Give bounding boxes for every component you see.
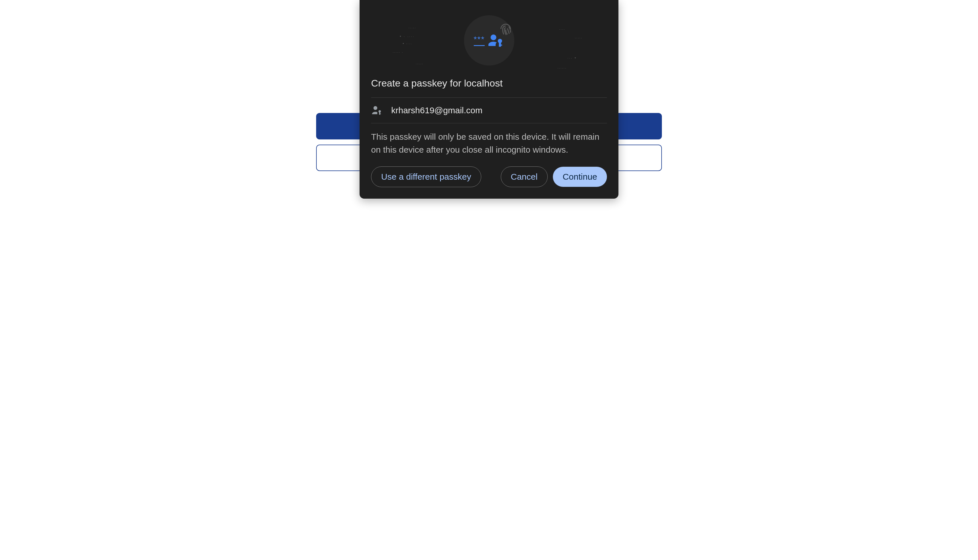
svg-point-0 (491, 35, 496, 40)
svg-rect-6 (379, 112, 380, 115)
decoration-dots: ···· (559, 27, 565, 31)
dialog-button-row: Use a different passkey Cancel Continue (371, 167, 607, 187)
account-email: krharsh619@gmail.com (391, 105, 482, 115)
decoration-dots: ······ (557, 66, 567, 70)
passkey-illustration: ····· • · ···· • ···· ····· · ····· ····… (371, 12, 607, 69)
dialog-title: Create a passkey for localhost (371, 78, 607, 89)
svg-rect-3 (500, 45, 502, 46)
dialog-description: This passkey will only be saved on this … (371, 123, 607, 167)
passkey-create-dialog: ····· • · ···· • ···· ····· · ····· ····… (360, 0, 618, 198)
person-passkey-icon (371, 105, 382, 116)
continue-button[interactable]: Continue (553, 167, 607, 187)
decoration-dots: • ···· (403, 42, 412, 46)
use-different-passkey-button[interactable]: Use a different passkey (371, 167, 481, 187)
decoration-dots: ····· (575, 36, 582, 40)
passkey-badge-background: *** (464, 15, 514, 65)
password-asterisks-icon: *** (474, 35, 485, 46)
decoration-dots: ····· (409, 26, 416, 30)
svg-rect-7 (380, 113, 381, 114)
svg-point-4 (373, 106, 377, 110)
decoration-dots: ··· • (567, 56, 577, 60)
decoration-dots: ····· (416, 62, 424, 66)
fingerprint-icon (499, 23, 513, 37)
decoration-dots: ····· · (393, 50, 403, 54)
account-row: krharsh619@gmail.com (371, 98, 607, 123)
decoration-dots: • · ···· (400, 35, 415, 38)
cancel-button[interactable]: Cancel (501, 167, 548, 187)
